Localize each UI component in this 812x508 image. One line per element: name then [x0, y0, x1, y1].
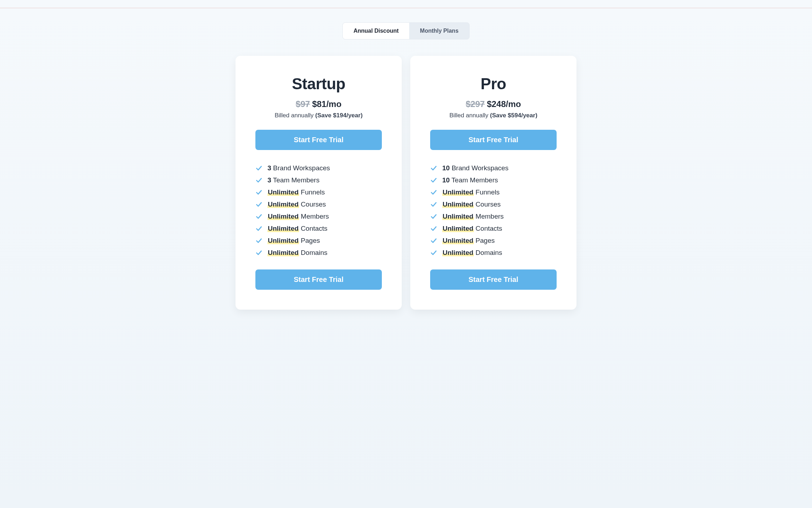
check-icon — [255, 189, 262, 196]
plan-name: Startup — [255, 75, 382, 93]
check-icon — [255, 165, 262, 172]
feature-text: Unlimited Funnels — [267, 188, 325, 196]
feature-text: Unlimited Domains — [267, 249, 327, 257]
start-free-trial-button[interactable]: Start Free Trial — [430, 269, 557, 290]
toggle-monthly[interactable]: Monthly Plans — [409, 23, 469, 39]
feature-list: 3 Brand Workspaces3 Team MembersUnlimite… — [255, 164, 382, 257]
price-row: $97$81/mo — [255, 99, 382, 109]
feature-item: Unlimited Domains — [255, 249, 382, 257]
billing-toggle: Annual Discount Monthly Plans — [342, 22, 470, 39]
check-icon — [430, 213, 437, 220]
check-icon — [255, 201, 262, 208]
price: $81/mo — [312, 99, 342, 109]
billing-toggle-wrap: Annual Discount Monthly Plans — [236, 22, 576, 39]
feature-item: 3 Brand Workspaces — [255, 164, 382, 172]
feature-item: 3 Team Members — [255, 176, 382, 184]
check-icon — [430, 237, 437, 244]
save-amount: (Save $194/year) — [315, 112, 363, 119]
feature-item: Unlimited Members — [255, 213, 382, 220]
feature-list: 10 Brand Workspaces10 Team MembersUnlimi… — [430, 164, 557, 257]
feature-text: 3 Team Members — [267, 176, 319, 184]
price: $248/mo — [487, 99, 521, 109]
original-price: $297 — [466, 99, 485, 109]
start-free-trial-button[interactable]: Start Free Trial — [255, 269, 382, 290]
feature-text: Unlimited Domains — [442, 249, 502, 257]
feature-text: Unlimited Contacts — [442, 225, 502, 232]
toggle-annual[interactable]: Annual Discount — [343, 23, 409, 39]
feature-item: Unlimited Contacts — [430, 225, 557, 232]
feature-item: Unlimited Funnels — [255, 188, 382, 196]
save-amount: (Save $594/year) — [490, 112, 537, 119]
price-row: $297$248/mo — [430, 99, 557, 109]
billed-prefix: Billed annually — [275, 112, 315, 119]
plan-name: Pro — [430, 75, 557, 93]
check-icon — [255, 249, 262, 256]
check-icon — [255, 225, 262, 232]
check-icon — [430, 177, 437, 184]
feature-item: Unlimited Pages — [255, 237, 382, 245]
feature-text: Unlimited Courses — [442, 200, 501, 208]
check-icon — [255, 177, 262, 184]
pricing-section: Annual Discount Monthly Plans Startup$97… — [228, 8, 584, 331]
start-free-trial-button[interactable]: Start Free Trial — [255, 130, 382, 150]
billed-row: Billed annually (Save $194/year) — [255, 112, 382, 119]
feature-text: Unlimited Funnels — [442, 188, 499, 196]
feature-item: 10 Team Members — [430, 176, 557, 184]
start-free-trial-button[interactable]: Start Free Trial — [430, 130, 557, 150]
billed-row: Billed annually (Save $594/year) — [430, 112, 557, 119]
feature-item: 10 Brand Workspaces — [430, 164, 557, 172]
feature-text: Unlimited Pages — [442, 237, 495, 245]
feature-text: 3 Brand Workspaces — [267, 164, 330, 172]
original-price: $97 — [296, 99, 310, 109]
check-icon — [255, 213, 262, 220]
check-icon — [255, 237, 262, 244]
pricing-cards: Startup$97$81/moBilled annually (Save $1… — [236, 56, 576, 310]
feature-item: Unlimited Courses — [430, 200, 557, 208]
pricing-card: Pro$297$248/moBilled annually (Save $594… — [410, 56, 576, 310]
feature-text: Unlimited Pages — [267, 237, 320, 245]
feature-item: Unlimited Courses — [255, 200, 382, 208]
feature-text: Unlimited Contacts — [267, 225, 327, 232]
check-icon — [430, 201, 437, 208]
feature-item: Unlimited Funnels — [430, 188, 557, 196]
feature-text: Unlimited Members — [442, 213, 504, 220]
feature-text: Unlimited Members — [267, 213, 329, 220]
check-icon — [430, 189, 437, 196]
billed-prefix: Billed annually — [449, 112, 490, 119]
feature-item: Unlimited Members — [430, 213, 557, 220]
feature-text: Unlimited Courses — [267, 200, 326, 208]
check-icon — [430, 225, 437, 232]
feature-item: Unlimited Contacts — [255, 225, 382, 232]
feature-text: 10 Brand Workspaces — [442, 164, 509, 172]
feature-item: Unlimited Pages — [430, 237, 557, 245]
feature-text: 10 Team Members — [442, 176, 498, 184]
pricing-card: Startup$97$81/moBilled annually (Save $1… — [236, 56, 402, 310]
check-icon — [430, 249, 437, 256]
feature-item: Unlimited Domains — [430, 249, 557, 257]
check-icon — [430, 165, 437, 172]
